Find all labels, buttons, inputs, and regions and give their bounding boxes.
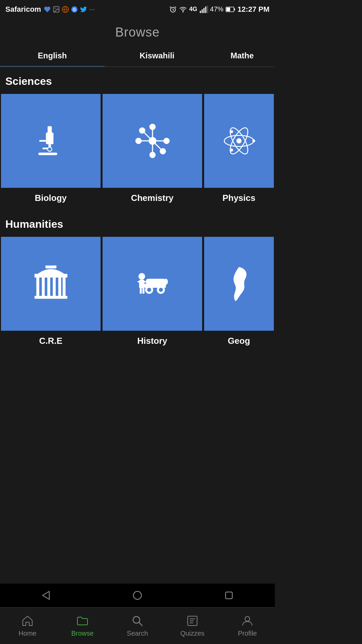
- svg-point-6: [183, 11, 183, 12]
- home-nav-label: Home: [18, 630, 36, 637]
- quizzes-nav-label: Quizzes: [180, 630, 204, 637]
- subject-card-geography[interactable]: [204, 237, 274, 331]
- subject-card-history[interactable]: [103, 237, 202, 331]
- system-nav: [0, 584, 275, 607]
- svg-line-28: [155, 144, 161, 149]
- nav-profile[interactable]: Profile: [220, 611, 275, 641]
- basketball-icon: [62, 6, 69, 13]
- svg-point-33: [139, 127, 145, 133]
- svg-rect-43: [42, 276, 45, 298]
- warrior-svg: [132, 267, 173, 301]
- svg-rect-62: [140, 288, 142, 294]
- atom-svg: [221, 122, 257, 159]
- notification-icons: G ···: [44, 5, 95, 14]
- nav-quizzes[interactable]: Quizzes: [165, 611, 220, 641]
- geography-icon: [219, 264, 259, 304]
- physics-icon: [219, 121, 259, 161]
- battery-icon: [226, 6, 236, 12]
- svg-rect-46: [58, 276, 61, 298]
- sciences-labels: Biology Chemistry Physics: [0, 189, 275, 210]
- bottom-nav: Home Browse Search: [0, 607, 275, 644]
- svg-rect-13: [226, 7, 230, 11]
- page-title: Browse: [0, 25, 275, 40]
- more-dots: ···: [89, 5, 95, 14]
- svg-point-29: [149, 124, 156, 130]
- svg-rect-47: [62, 276, 65, 298]
- home-system-icon: [132, 590, 143, 601]
- browse-nav-label: Browse: [71, 630, 94, 637]
- svg-rect-61: [143, 281, 146, 282]
- svg-rect-19: [38, 153, 57, 155]
- alarm-icon: [169, 6, 177, 13]
- image-icon: [53, 6, 60, 13]
- history-label: History: [102, 332, 203, 353]
- section-sciences-title: Sciences: [0, 67, 275, 93]
- network-label: 4G: [189, 6, 197, 13]
- svg-rect-14: [234, 8, 235, 10]
- browse-nav-icon: [76, 614, 89, 628]
- svg-point-57: [164, 279, 168, 285]
- nav-browse[interactable]: Browse: [55, 611, 110, 641]
- section-humanities-title: Humanities: [0, 210, 275, 236]
- svg-rect-9: [203, 8, 204, 13]
- svg-rect-10: [205, 6, 206, 13]
- svg-text:G: G: [73, 7, 76, 12]
- svg-point-32: [164, 138, 170, 144]
- nav-search[interactable]: Search: [110, 611, 165, 641]
- svg-point-30: [149, 152, 156, 158]
- humanities-grid: [0, 236, 275, 332]
- recents-icon: [224, 591, 234, 600]
- svg-point-67: [133, 616, 140, 623]
- home-button[interactable]: [129, 587, 146, 604]
- subject-card-biology[interactable]: [1, 94, 101, 188]
- svg-rect-66: [226, 592, 232, 599]
- status-left: Safaricom G ···: [5, 5, 95, 14]
- recents-button[interactable]: [221, 587, 237, 604]
- svg-point-35: [236, 138, 241, 143]
- subject-card-physics[interactable]: [204, 94, 274, 188]
- molecule-svg: [134, 122, 171, 159]
- svg-point-39: [252, 140, 255, 143]
- svg-rect-8: [201, 9, 202, 13]
- content-area: Sciences: [0, 67, 275, 393]
- svg-rect-60: [137, 281, 140, 282]
- tab-kiswahili[interactable]: Kiswahili: [105, 45, 209, 66]
- svg-rect-44: [47, 276, 50, 298]
- globe-svg: [227, 264, 251, 304]
- carrier-label: Safaricom: [5, 5, 41, 14]
- tab-maths[interactable]: Mathe: [209, 45, 275, 66]
- svg-rect-50: [45, 265, 56, 268]
- svg-point-58: [138, 273, 145, 280]
- status-bar: Safaricom G ··· 4G 47%: [0, 0, 275, 18]
- svg-rect-7: [200, 11, 201, 13]
- svg-line-68: [139, 623, 142, 626]
- svg-rect-49: [34, 274, 67, 278]
- svg-rect-48: [34, 296, 67, 299]
- cre-icon: [31, 264, 71, 304]
- twitter-icon: [80, 6, 87, 13]
- signal-icon: [199, 6, 208, 13]
- humanities-labels: C.R.E History Geog: [0, 332, 275, 353]
- home-nav-icon: [21, 614, 34, 628]
- tab-english[interactable]: English: [0, 45, 105, 66]
- svg-marker-64: [43, 591, 49, 599]
- subject-card-chemistry[interactable]: [103, 94, 202, 188]
- nav-home[interactable]: Home: [0, 611, 55, 641]
- tabs-container: English Kiswahili Mathe: [0, 45, 275, 67]
- svg-line-27: [144, 133, 150, 139]
- cre-label: C.R.E: [0, 332, 102, 353]
- heart-icon: [44, 6, 51, 13]
- chemistry-label: Chemistry: [102, 189, 203, 210]
- page-header: Browse: [0, 18, 275, 40]
- status-right: 4G 47% 12:27 PM: [169, 5, 269, 14]
- quizzes-nav-icon: [186, 614, 199, 628]
- geography-label: Geog: [203, 332, 275, 353]
- svg-point-56: [159, 288, 163, 292]
- profile-nav-label: Profile: [238, 630, 257, 637]
- search-nav-label: Search: [127, 630, 148, 637]
- history-icon: [132, 264, 173, 304]
- back-button[interactable]: [38, 587, 54, 604]
- svg-point-34: [160, 148, 166, 154]
- svg-point-21: [48, 147, 52, 152]
- subject-card-cre[interactable]: [1, 237, 101, 331]
